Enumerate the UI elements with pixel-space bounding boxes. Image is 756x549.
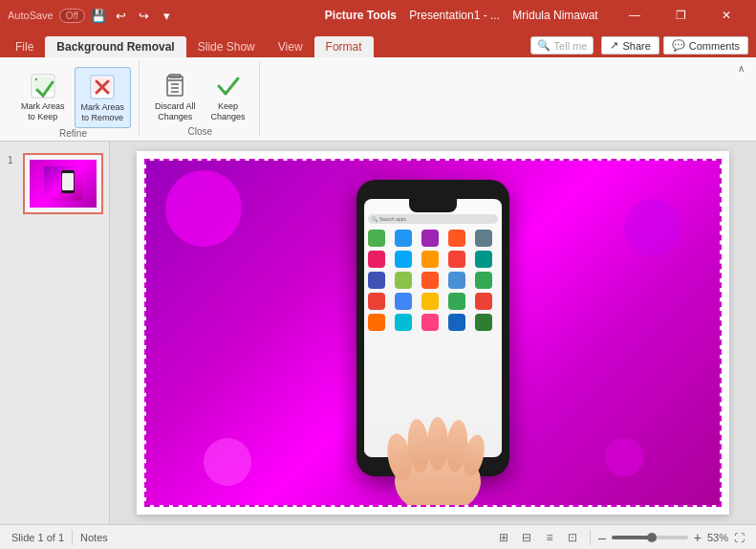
normal-view-icon[interactable]: ⊞ (494, 528, 513, 547)
comments-icon: 💬 (672, 39, 685, 52)
app-icon-9 (448, 251, 465, 268)
redo-icon[interactable]: ↪ (137, 8, 152, 23)
discard-label: Discard AllChanges (155, 101, 196, 122)
discard-icon (160, 71, 190, 101)
mark-remove-button[interactable]: Mark Areasto Remove (75, 67, 132, 128)
title-bar: AutoSave Off 💾 ↩ ↪ ▾ Picture Tools Prese… (0, 0, 756, 31)
status-separator-1 (72, 530, 73, 545)
svg-rect-13 (62, 173, 74, 190)
bg-blob-1 (165, 170, 242, 247)
slide-canvas-area: 🔍 Search apps (110, 142, 756, 524)
title-bar-left: AutoSave Off 💾 ↩ ↪ ▾ (8, 8, 311, 23)
status-bar: Slide 1 of 1 Notes ⊞ ⊟ ≡ ⊡ – + 53% ⛶ (0, 524, 756, 549)
thumb-inner (25, 155, 101, 212)
title-bar-title: Picture Tools Presentation1 - ... Mridul… (311, 9, 614, 22)
ribbon-group-close: Discard AllChanges KeepChanges Close (141, 61, 260, 137)
share-icon: ↗ (610, 39, 618, 52)
zoom-fill (612, 536, 652, 539)
save-icon[interactable]: 💾 (91, 8, 106, 23)
zoom-slider[interactable] (612, 536, 688, 539)
app-icon-12 (395, 272, 412, 289)
app-icon-16 (368, 293, 385, 310)
bg-blob-3 (204, 438, 251, 486)
tab-background-removal[interactable]: Background Removal (45, 36, 185, 57)
app-icon-24 (448, 314, 465, 331)
ribbon-collapse-button[interactable]: ∧ (734, 61, 748, 76)
window-controls: — ❐ ✕ (613, 0, 748, 31)
app-icon-13 (421, 272, 439, 289)
app-icon-25 (475, 314, 492, 331)
comments-button[interactable]: 💬 Comments (663, 36, 748, 55)
restore-button[interactable]: ❐ (659, 0, 702, 31)
app-name: Picture Tools (325, 9, 397, 22)
presenter-view-icon[interactable]: ⊡ (563, 528, 582, 547)
app-icon-18 (421, 293, 439, 310)
minimize-button[interactable]: — (613, 0, 657, 31)
quickaccess-icon[interactable]: ▾ (160, 8, 175, 23)
ribbon-content: Mark Areasto Keep Mark Areasto Remove Re… (0, 57, 756, 142)
tab-slideshow[interactable]: Slide Show (186, 36, 267, 57)
slide-sorter-icon[interactable]: ⊟ (517, 528, 536, 547)
search-icon: 🔍 (537, 39, 551, 52)
phone-notch (409, 199, 457, 212)
keep-icon (213, 71, 244, 101)
mark-keep-button[interactable]: Mark Areasto Keep (15, 67, 71, 126)
search-placeholder: Tell me (554, 40, 588, 52)
slide-image-container[interactable]: 🔍 Search apps (144, 159, 722, 507)
status-separator-2 (590, 530, 591, 545)
autosave-label: AutoSave (8, 10, 54, 21)
ribbon-tabs: File Background Removal Slide Show View … (0, 31, 756, 57)
mark-keep-label: Mark Areasto Keep (21, 101, 65, 122)
bg-blob-4 (605, 438, 643, 476)
app-icon-19 (448, 293, 465, 310)
autosave-toggle[interactable]: Off (59, 9, 85, 23)
mark-remove-icon (87, 72, 118, 102)
slide-thumbnail[interactable] (23, 153, 103, 214)
search-box[interactable]: 🔍 Tell me (530, 36, 594, 55)
notes-button[interactable]: Notes (80, 532, 108, 543)
discard-changes-button[interactable]: Discard AllChanges (149, 67, 202, 126)
keep-changes-button[interactable]: KeepChanges (205, 67, 251, 126)
main-area: 1 (0, 142, 756, 524)
user-name: Mridula Nimawat (512, 9, 597, 22)
tab-file[interactable]: File (4, 36, 45, 57)
thumb-placeholder (30, 160, 97, 208)
keep-label: KeepChanges (211, 101, 246, 122)
slide-background: 🔍 Search apps (146, 161, 720, 505)
svg-rect-2 (35, 78, 37, 80)
app-icon-15 (475, 272, 492, 289)
ribbon-group-refine: Mark Areasto Keep Mark Areasto Remove Re… (8, 61, 140, 137)
close-button[interactable]: ✕ (704, 0, 748, 31)
app-icon-2 (395, 230, 412, 247)
svg-rect-5 (167, 77, 183, 96)
tab-format[interactable]: Format (314, 36, 374, 57)
app-icon-10 (475, 251, 492, 268)
zoom-thumb[interactable] (647, 533, 657, 542)
app-icon-21 (368, 314, 385, 331)
zoom-plus-button[interactable]: + (694, 530, 702, 545)
share-label: Share (622, 40, 650, 52)
app-icon-11 (368, 272, 385, 289)
fit-button[interactable]: ⛶ (734, 532, 745, 543)
app-icon-3 (421, 230, 439, 247)
slide-panel: 1 (0, 142, 110, 524)
zoom-minus-button[interactable]: – (598, 530, 606, 545)
zoom-percent: 53% (707, 532, 728, 543)
tab-view[interactable]: View (267, 36, 314, 57)
comments-label: Comments (689, 40, 740, 52)
refine-group-label: Refine (59, 128, 87, 141)
close-group-label: Close (188, 126, 213, 139)
app-icon-5 (475, 230, 492, 247)
undo-icon[interactable]: ↩ (114, 8, 129, 23)
slide-status: Slide 1 of 1 (11, 532, 64, 543)
svg-point-17 (427, 417, 448, 471)
refine-items: Mark Areasto Keep Mark Areasto Remove (15, 63, 131, 128)
ribbon-actions: ↗ Share 💬 Comments (601, 36, 748, 55)
reading-view-icon[interactable]: ≡ (540, 528, 559, 547)
app-icon-20 (475, 293, 492, 310)
app-icon-8 (421, 251, 439, 268)
slide-number: 1 (8, 155, 13, 165)
app-icon-4 (448, 230, 465, 247)
share-button[interactable]: ↗ Share (601, 36, 659, 55)
slide-canvas[interactable]: 🔍 Search apps (137, 151, 729, 515)
